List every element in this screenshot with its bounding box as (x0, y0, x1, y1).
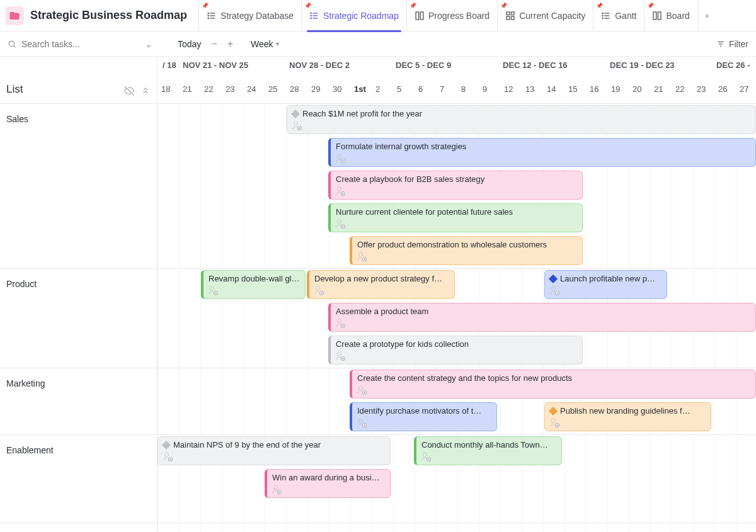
chevron-down-icon[interactable]: ⌄ (145, 39, 152, 49)
day-label: 23 (226, 84, 234, 94)
page-title: Strategic Business Roadmap (30, 9, 187, 22)
hide-icon[interactable] (124, 86, 134, 96)
tab-current-capacity[interactable]: 📌Current Capacity (497, 0, 593, 31)
assign-button[interactable] (356, 417, 367, 428)
svg-rect-13 (420, 12, 423, 20)
day-label: 12 (504, 84, 513, 94)
task-bar[interactable]: Develop a new product strategy f… (307, 270, 455, 299)
day-label: 7 (440, 84, 444, 94)
day-label: 18 (161, 84, 170, 94)
week-label: NOV 21 - NOV 25 (183, 60, 248, 70)
week-label: DEC 26 - (716, 60, 750, 70)
svg-point-59 (552, 286, 556, 290)
milestone-icon (549, 407, 558, 416)
task-bar[interactable]: Maintain NPS of 9 by the end of the year (158, 436, 391, 465)
assign-button[interactable] (207, 285, 219, 296)
svg-point-22 (602, 15, 603, 16)
day-label: 21 (654, 84, 663, 94)
assign-button[interactable] (291, 120, 302, 131)
day-label: 20 (633, 84, 641, 94)
assign-button[interactable] (420, 451, 432, 462)
task-label-text: Publish new branding guidelines f… (560, 405, 690, 417)
task-bar[interactable]: Formulate internal growth strategies (328, 138, 756, 167)
tab-progress-board[interactable]: 📌Progress Board (406, 0, 497, 31)
task-label-text: Nurture current clientele for potential … (336, 207, 513, 218)
today-button[interactable]: Today (178, 39, 201, 49)
assign-button[interactable] (335, 218, 346, 229)
group-row: Reach $1M net profit for the yearFormula… (158, 104, 756, 269)
week-label: DEC 5 - DEC 9 (396, 60, 451, 70)
timescale-selector[interactable]: Week ▾ (251, 39, 279, 49)
days-row: 1821222324252829301st2567891213141516192… (158, 76, 756, 104)
assign-button[interactable] (335, 152, 346, 164)
filter-button[interactable]: Filter (716, 39, 748, 49)
task-bar[interactable]: Win an award during a busi… (265, 469, 391, 498)
assign-button[interactable] (335, 317, 346, 329)
svg-point-23 (602, 18, 603, 18)
add-tab-button[interactable]: + (697, 0, 716, 31)
assign-button[interactable] (271, 484, 282, 495)
tab-label: Current Capacity (519, 11, 585, 21)
group-product: Product (0, 269, 157, 368)
task-bar[interactable]: Publish new branding guidelines f… (544, 402, 711, 431)
timeline[interactable]: / 18NOV 21 - NOV 25NOV 28 - DEC 2DEC 5 -… (158, 57, 756, 532)
day-label: 14 (547, 84, 556, 94)
pin-icon: 📌 (202, 3, 209, 9)
task-bar[interactable]: Create a playbook for B2B sales strategy (328, 171, 583, 200)
tab-gantt[interactable]: 📌Gantt (593, 0, 644, 31)
day-label: 27 (740, 84, 748, 94)
task-bar[interactable]: Nurture current clientele for potential … (328, 203, 583, 232)
assign-button[interactable] (549, 285, 560, 296)
day-label: 5 (397, 84, 401, 94)
task-bar[interactable]: Revamp double-wall gl… (201, 270, 306, 299)
assign-button[interactable] (335, 350, 346, 361)
week-label: DEC 12 - DEC 16 (503, 60, 568, 70)
sidebar-header: List (0, 57, 157, 104)
task-bar[interactable]: Conduct monthly all-hands Town… (414, 436, 562, 465)
task-label-text: Maintain NPS of 9 by the end of the year (173, 439, 321, 451)
zoom-in-button[interactable]: + (227, 38, 233, 50)
group-sales: Sales (0, 104, 157, 269)
header: Strategic Business Roadmap 📌Strategy Dat… (0, 0, 756, 31)
svg-rect-14 (507, 12, 510, 15)
task-bar[interactable]: Offer product demonstration to wholesale… (350, 236, 583, 265)
search-input[interactable] (21, 39, 116, 49)
task-bar[interactable]: Launch profitable new p… (544, 270, 667, 299)
assign-button[interactable] (549, 417, 560, 428)
tab-strategy-database[interactable]: 📌Strategy Database (198, 0, 301, 31)
toolbar: ⌄ Today − + Week ▾ Filter (0, 31, 756, 57)
pin-icon: 📌 (596, 3, 603, 9)
svg-point-9 (311, 13, 311, 13)
assign-button[interactable] (356, 384, 367, 395)
task-bar[interactable]: Create a prototype for kids collection (328, 336, 583, 365)
zoom-out-button[interactable]: − (211, 38, 217, 50)
day-label: 24 (247, 84, 256, 94)
task-bar[interactable]: Assemble a product team (328, 303, 756, 332)
svg-point-63 (338, 319, 341, 323)
collapse-icon[interactable] (140, 86, 151, 96)
pin-icon: 📌 (647, 3, 654, 9)
group-marketing: Marketing (0, 368, 157, 435)
assign-button[interactable] (335, 185, 346, 196)
task-bar[interactable]: Identify purchase motivators of t… (350, 402, 497, 431)
search-icon (8, 40, 16, 48)
day-label: 23 (697, 84, 706, 94)
assign-button[interactable] (162, 451, 173, 462)
search-box[interactable]: ⌄ (8, 39, 152, 49)
svg-point-79 (552, 419, 556, 422)
task-label-text: Create a playbook for B2B sales strategy (336, 174, 484, 185)
svg-rect-17 (512, 16, 515, 20)
tab-board[interactable]: 📌Board (644, 0, 697, 31)
svg-point-26 (9, 41, 14, 46)
task-bar[interactable]: Create the content strategy and the topi… (350, 370, 756, 399)
task-bar[interactable]: Reach $1M net profit for the year (287, 105, 756, 134)
assign-button[interactable] (356, 251, 367, 262)
tab-strategic-roadmap[interactable]: 📌Strategic Roadmap (301, 0, 406, 31)
day-label: 30 (333, 84, 341, 94)
task-label-text: Assemble a product team (336, 306, 428, 317)
svg-point-43 (338, 220, 341, 224)
day-label: 9 (483, 84, 487, 94)
weeks-row: / 18NOV 21 - NOV 25NOV 28 - DEC 2DEC 5 -… (158, 57, 756, 76)
sidebar-title: List (6, 83, 23, 96)
assign-button[interactable] (313, 285, 324, 296)
